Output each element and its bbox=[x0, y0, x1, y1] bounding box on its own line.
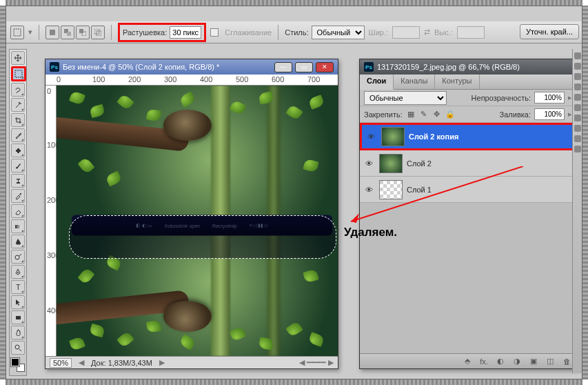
history-brush-tool[interactable] bbox=[11, 189, 25, 203]
svg-rect-10 bbox=[17, 148, 19, 153]
opacity-input[interactable] bbox=[534, 92, 565, 103]
color-swatches[interactable] bbox=[11, 358, 25, 372]
opacity-label: Непрозрачность: bbox=[472, 94, 531, 102]
new-layer-icon[interactable]: ◫ bbox=[545, 356, 556, 367]
height-label: Выс.: bbox=[434, 28, 453, 37]
healing-brush-tool[interactable] bbox=[11, 144, 25, 157]
right-panel-strip[interactable] bbox=[572, 49, 582, 373]
zoom-level[interactable]: 50% bbox=[50, 358, 72, 368]
height-input bbox=[457, 26, 485, 39]
document-window-1: Ps Без имени-4 @ 50% (Слой 2 копия, RGB/… bbox=[45, 59, 338, 369]
rectangle-tool[interactable] bbox=[11, 310, 25, 324]
selection-mode-group bbox=[45, 26, 105, 39]
move-tool[interactable] bbox=[11, 51, 25, 65]
document-2-title: 1317320159_2.jpeg.jpg @ 66,7% (RGB/8) bbox=[377, 63, 520, 71]
clone-stamp-tool[interactable] bbox=[11, 174, 25, 188]
layer-thumbnail[interactable] bbox=[381, 127, 405, 146]
lock-label: Закрепить: bbox=[364, 110, 403, 119]
lock-all-icon[interactable]: 🔒 bbox=[445, 110, 455, 119]
style-select[interactable]: Обычный bbox=[312, 26, 365, 39]
svg-rect-3 bbox=[67, 32, 71, 36]
lock-position-icon[interactable]: ✥ bbox=[432, 110, 442, 119]
tab-layers[interactable]: Слои bbox=[360, 75, 394, 90]
lock-pixels-icon[interactable]: ✎ bbox=[419, 110, 429, 119]
magic-wand-tool[interactable] bbox=[11, 98, 25, 112]
marquee-selection bbox=[69, 215, 336, 259]
layer-row[interactable]: 👁 Слой 1 bbox=[360, 177, 576, 203]
panel-tabs: Слои Каналы Контуры bbox=[360, 75, 576, 90]
delete-layer-icon[interactable]: 🗑 bbox=[561, 356, 572, 367]
layer-list: 👁 Слой 2 копия 👁 Слой 2 👁 Слой 1 bbox=[360, 123, 576, 203]
lasso-tool[interactable] bbox=[11, 83, 25, 97]
intersect-selection-icon[interactable] bbox=[91, 26, 105, 39]
antialias-label: Сглаживание bbox=[225, 28, 272, 37]
width-input bbox=[392, 26, 420, 39]
hand-tool[interactable] bbox=[11, 326, 25, 339]
visibility-icon[interactable]: 👁 bbox=[363, 157, 375, 170]
path-selection-tool[interactable] bbox=[11, 295, 25, 309]
layer-thumbnail[interactable] bbox=[379, 180, 403, 199]
visibility-icon[interactable]: 👁 bbox=[363, 184, 375, 196]
svg-text:T: T bbox=[16, 284, 21, 291]
vertical-ruler: 0100200300400 bbox=[45, 86, 57, 356]
fill-label: Заливка: bbox=[500, 110, 531, 119]
fill-input[interactable] bbox=[534, 108, 565, 120]
eyedropper-tool[interactable] bbox=[11, 128, 25, 142]
zoom-tool[interactable] bbox=[11, 341, 25, 355]
maximize-button[interactable]: ▭ bbox=[295, 62, 313, 72]
layers-panel: Слои Каналы Контуры Обычные Непрозрачнос… bbox=[360, 75, 576, 368]
blend-mode-select[interactable]: Обычные bbox=[364, 91, 447, 105]
tool-preset-icon[interactable] bbox=[10, 26, 24, 39]
refine-edge-button[interactable]: Уточн. край... bbox=[520, 24, 579, 39]
tab-paths[interactable]: Контуры bbox=[435, 75, 479, 89]
document-2-titlebar[interactable]: Ps 1317320159_2.jpeg.jpg @ 66,7% (RGB/8) bbox=[360, 59, 576, 75]
feather-input[interactable] bbox=[170, 26, 201, 39]
options-bar: ▾ Растушевка: Сглаживание Стиль: Обычный… bbox=[6, 21, 582, 43]
layer-group-icon[interactable]: ▣ bbox=[528, 356, 539, 367]
annotation-text: Удаляем. bbox=[344, 226, 397, 239]
layer-thumbnail[interactable] bbox=[379, 154, 403, 173]
svg-point-16 bbox=[15, 345, 19, 349]
layer-name[interactable]: Слой 2 копия bbox=[409, 132, 458, 141]
eraser-tool[interactable] bbox=[11, 204, 25, 218]
brush-tool[interactable] bbox=[11, 159, 25, 172]
link-layers-icon[interactable]: ⬘ bbox=[462, 356, 473, 367]
feather-highlight: Растушевка: bbox=[118, 23, 206, 42]
document-window-2: Ps 1317320159_2.jpeg.jpg @ 66,7% (RGB/8)… bbox=[359, 59, 577, 369]
close-button[interactable]: ✕ bbox=[316, 62, 334, 72]
rectangular-marquee-tool[interactable] bbox=[11, 66, 26, 81]
minimize-button[interactable]: — bbox=[274, 62, 292, 72]
svg-rect-1 bbox=[50, 30, 55, 35]
type-tool[interactable]: T bbox=[11, 280, 25, 294]
tab-channels[interactable]: Каналы bbox=[394, 75, 435, 89]
layer-row[interactable]: 👁 Слой 2 bbox=[360, 150, 576, 177]
blur-tool[interactable] bbox=[11, 235, 25, 248]
svg-point-12 bbox=[15, 255, 19, 259]
add-selection-icon[interactable] bbox=[61, 26, 74, 39]
layer-name[interactable]: Слой 2 bbox=[407, 159, 432, 168]
layer-name[interactable]: Слой 1 bbox=[407, 186, 432, 194]
layer-mask-icon[interactable]: ◐ bbox=[495, 356, 506, 367]
style-label: Стиль: bbox=[285, 28, 308, 37]
layer-row[interactable]: 👁 Слой 2 копия bbox=[360, 123, 576, 150]
document-1-titlebar[interactable]: Ps Без имени-4 @ 50% (Слой 2 копия, RGB/… bbox=[45, 59, 338, 75]
svg-rect-0 bbox=[14, 29, 21, 36]
photoshop-icon: Ps bbox=[364, 62, 374, 72]
pen-tool[interactable] bbox=[11, 265, 25, 279]
adjustment-layer-icon[interactable]: ◑ bbox=[511, 356, 523, 367]
layer-style-icon[interactable]: fx. bbox=[478, 356, 489, 367]
visibility-icon[interactable]: 👁 bbox=[365, 130, 377, 143]
subtract-selection-icon[interactable] bbox=[76, 26, 90, 39]
new-selection-icon[interactable] bbox=[45, 26, 59, 39]
crop-tool[interactable] bbox=[11, 113, 25, 127]
horizontal-ruler: 0100200300400500600700 bbox=[45, 75, 338, 86]
dodge-tool[interactable] bbox=[11, 250, 25, 264]
layers-panel-footer: ⬘ fx. ◐ ◑ ▣ ◫ 🗑 bbox=[360, 353, 576, 368]
svg-point-13 bbox=[17, 272, 19, 273]
svg-rect-4 bbox=[79, 29, 83, 33]
lock-transparency-icon[interactable]: ▦ bbox=[406, 110, 416, 119]
gradient-tool[interactable] bbox=[11, 219, 25, 233]
photoshop-icon: Ps bbox=[50, 62, 59, 72]
tools-panel: T bbox=[9, 49, 27, 376]
canvas[interactable]: ◧ ◐ ▭Xotonobnir openRacryobnip≡ ◁ ▮▮ ▷ bbox=[57, 86, 338, 356]
